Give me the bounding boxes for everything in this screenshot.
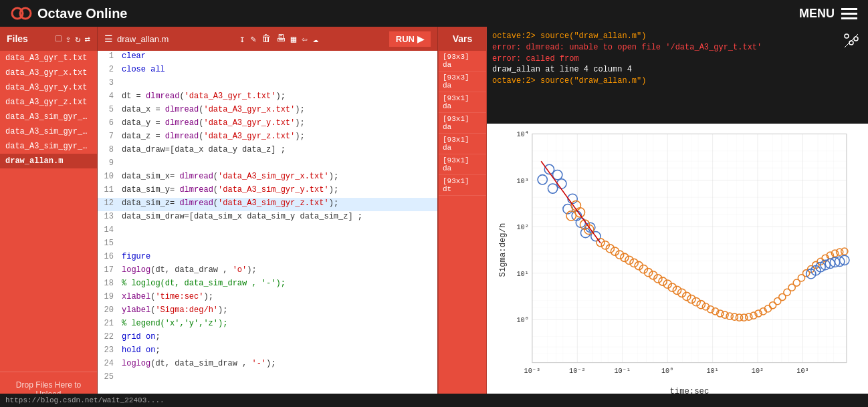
- editor-toolbar: ☰ draw_allan.m ↧ ✎ 🗑 🖶 ▦ ⇦ ☁ RUN ▶: [98, 27, 437, 51]
- line-content: data_x = dlmread('data_A3_gyr_x.txt');: [119, 104, 437, 114]
- run-label: RUN: [396, 34, 415, 44]
- right-panel: octave:2> source("draw_allan.m")error: d…: [487, 27, 868, 407]
- line-content: data_sim_y= dlmread('data_A3_sim_gyr_y.t…: [119, 184, 437, 194]
- line-number: 20: [98, 305, 119, 315]
- line-content: data_sim_z= dlmread('data_A3_sim_gyr_z.t…: [119, 198, 437, 208]
- svg-text:Sigma:deg/h: Sigma:deg/h: [498, 223, 508, 277]
- console-line: error: called from: [492, 53, 863, 65]
- line-number: 9: [98, 158, 119, 168]
- code-line: 25: [98, 372, 437, 385]
- line-number: 5: [98, 104, 119, 114]
- file-item[interactable]: draw_allan.m: [0, 154, 97, 168]
- line-content: close all: [119, 64, 437, 74]
- line-content: ylabel('Sigma:deg/h');: [119, 305, 437, 315]
- code-line: 9: [98, 158, 437, 171]
- plot-icon-button[interactable]: [835, 24, 868, 57]
- file-item[interactable]: data_A3_gyr_t.txt: [0, 51, 97, 65]
- file-item[interactable]: data_A3_sim_gyr_y.t: [0, 124, 97, 139]
- editor-menu-icon[interactable]: ☰: [104, 33, 113, 45]
- line-number: 7: [98, 131, 119, 141]
- svg-text:10⁴: 10⁴: [516, 130, 528, 138]
- plot-chart: 10⁴ 10³ 10² 10¹ 10⁰ 10⁻³ 10⁻² 10⁻¹ 10⁰ 1…: [487, 124, 868, 407]
- editor-actions: ↧ ✎ 🗑 🖶 ▦ ⇦ ☁: [239, 33, 318, 45]
- code-editor[interactable]: 1clear2close all34dt = dlmread('data_A3_…: [98, 51, 437, 407]
- var-item: [93x1] da: [439, 134, 486, 154]
- svg-point-147: [849, 41, 853, 45]
- file-item[interactable]: data_A3_gyr_x.txt: [0, 65, 97, 80]
- run-button[interactable]: RUN ▶: [389, 31, 431, 47]
- line-content: data_z = dlmread('data_A3_gyr_z.txt');: [119, 131, 437, 141]
- logo-area: Octave Online: [11, 3, 128, 24]
- line-content: [119, 238, 437, 239]
- line-content: [119, 78, 437, 78]
- line-content: grid on;: [119, 331, 437, 342]
- scatter-plot-icon: [841, 31, 861, 51]
- hamburger-icon: [841, 8, 857, 19]
- line-content: data_sim_x= dlmread('data_A3_sim_gyr_x.t…: [119, 171, 437, 181]
- console-line: draw_allan at line 4 column 4: [492, 64, 863, 76]
- line-content: [119, 225, 437, 225]
- code-line: 15: [98, 238, 437, 251]
- var-item: [93x1] da: [439, 113, 486, 134]
- svg-text:10²: 10²: [516, 223, 528, 231]
- code-line: 22grid on;: [98, 331, 437, 345]
- line-number: 15: [98, 238, 119, 248]
- line-content: [119, 372, 437, 372]
- code-line: 17loglog(dt, data_draw , 'o');: [98, 265, 437, 278]
- svg-text:10⁻²: 10⁻²: [569, 367, 586, 375]
- top-navigation: Octave Online MENU: [0, 0, 868, 27]
- console-area: octave:2> source("draw_allan.m")error: d…: [487, 27, 868, 124]
- file-item[interactable]: data_A3_gyr_y.txt: [0, 80, 97, 95]
- sidebar-header: Files □ ⇪ ↻ ⇄: [0, 27, 97, 51]
- menu-button[interactable]: MENU: [799, 7, 857, 21]
- cloud-save-icon[interactable]: ☁: [313, 33, 318, 45]
- var-item: [93x3] da: [439, 51, 486, 72]
- var-item: [93x1] da: [439, 92, 486, 113]
- code-line: 6data_y = dlmread('data_A3_gyr_y.txt');: [98, 118, 437, 131]
- file-item[interactable]: data_A3_gyr_z.txt: [0, 95, 97, 110]
- main-layout: Files □ ⇪ ↻ ⇄ data_A3_gyr_t.txtdata_A3_g…: [0, 27, 868, 407]
- print-icon[interactable]: 🖶: [276, 33, 286, 44]
- status-url: https://blog.csdn.net/wait_22403....: [5, 396, 165, 404]
- svg-text:10⁻¹: 10⁻¹: [614, 367, 631, 375]
- delete-icon[interactable]: 🗑: [261, 33, 271, 44]
- svg-text:10³: 10³: [516, 177, 528, 185]
- sidebar-title: Files: [7, 33, 28, 44]
- code-line: 5data_x = dlmread('data_A3_gyr_x.txt');: [98, 104, 437, 118]
- file-list: data_A3_gyr_t.txtdata_A3_gyr_x.txtdata_A…: [0, 51, 97, 168]
- refresh-icon[interactable]: ↻: [75, 33, 80, 45]
- console-line: octave:2> source("draw_allan.m"): [492, 76, 863, 87]
- code-line: 13data_sim_draw=[data_sim_x data_sim_y d…: [98, 211, 437, 225]
- line-number: 23: [98, 345, 119, 355]
- svg-text:10¹: 10¹: [516, 270, 528, 278]
- line-content: xlabel('time:sec');: [119, 291, 437, 301]
- upload-icon[interactable]: ⇪: [66, 33, 71, 45]
- line-number: 11: [98, 184, 119, 194]
- file-item[interactable]: data_A3_sim_gyr_x.t: [0, 110, 97, 124]
- file-item[interactable]: data_A3_sim_gyr_z.t: [0, 139, 97, 154]
- share-icon[interactable]: ⇦: [302, 33, 307, 45]
- code-line: 8data_draw=[data_x data_y data_z] ;: [98, 144, 437, 158]
- editor-filename: draw_allan.m: [117, 34, 169, 44]
- line-content: clear: [119, 51, 437, 61]
- svg-text:10⁻³: 10⁻³: [524, 367, 541, 375]
- code-line: 24loglog(dt, data_sim_draw , '-');: [98, 358, 437, 372]
- new-file-icon[interactable]: □: [56, 33, 61, 44]
- save-icon[interactable]: ↧: [239, 33, 245, 45]
- logo-icon: [11, 3, 32, 24]
- line-number: 12: [98, 198, 119, 208]
- run-arrow-icon: ▶: [417, 34, 424, 44]
- code-line: 18% loglog(dt, data_sim_draw , '-');: [98, 278, 437, 291]
- line-number: 17: [98, 265, 119, 275]
- menu-label: MENU: [799, 7, 835, 21]
- line-content: hold on;: [119, 345, 437, 355]
- download-icon[interactable]: ⇄: [85, 33, 90, 45]
- line-number: 14: [98, 225, 119, 235]
- edit-icon[interactable]: ✎: [250, 33, 255, 45]
- line-number: 2: [98, 64, 119, 74]
- line-number: 21: [98, 318, 119, 328]
- line-content: loglog(dt, data_draw , 'o');: [119, 265, 437, 275]
- code-line: 7data_z = dlmread('data_A3_gyr_z.txt');: [98, 131, 437, 144]
- copy-icon[interactable]: ▦: [291, 33, 296, 45]
- line-number: 22: [98, 331, 119, 342]
